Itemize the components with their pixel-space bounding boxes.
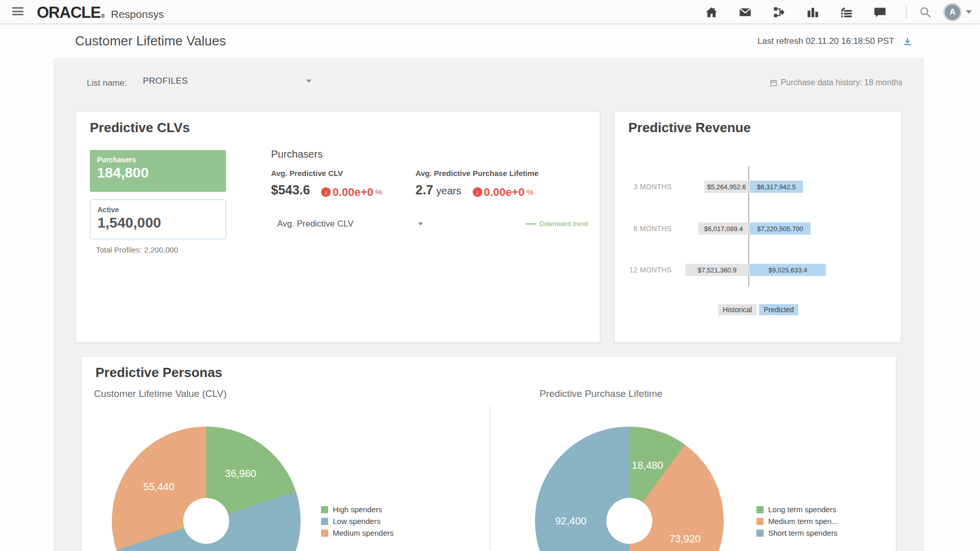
- list-name-select[interactable]: PROFILES: [143, 76, 311, 86]
- total-profiles-label: Total Profiles: 2,200,000: [96, 245, 178, 254]
- list-name-label: List name:: [87, 78, 127, 88]
- avg-predictive-clv-metric: Avg. Predictive CLV $543.6 ↓ 0.00e+0 %: [271, 169, 382, 199]
- predictive-personas-card: Predictive Personas Customer Lifetime Va…: [81, 356, 896, 551]
- slice-value-label: 18,480: [632, 459, 663, 471]
- legend-swatch: [321, 530, 328, 537]
- purchasers-kpi[interactable]: Purchasers 184,800: [90, 150, 226, 192]
- revenue-category-label: 6 MONTHS: [633, 222, 672, 235]
- lifetime-donut-chart[interactable]: 18,48073,92092,400: [535, 427, 724, 551]
- bar-value-label: $5,264,952.6: [707, 183, 746, 191]
- dropdown-caret-icon: [418, 222, 423, 226]
- legend-label: Long term spenders: [768, 505, 836, 514]
- historical-bar[interactable]: $5,264,952.6: [704, 181, 749, 193]
- legend-swatch: [756, 530, 764, 537]
- revenue-category-label: 3 MONTHS: [633, 181, 672, 193]
- slice-value-label: 92,400: [555, 515, 586, 527]
- feedback-icon[interactable]: [872, 5, 888, 20]
- revenue-legend: Historical Predicted: [615, 304, 902, 315]
- revenue-category-label: 12 MONTHS: [629, 264, 672, 276]
- mail-icon[interactable]: [738, 5, 753, 20]
- clv-donut-chart[interactable]: 36,96092,40055,440: [112, 427, 301, 551]
- page-header: Customer Lifetime Values Last refresh 02…: [0, 24, 980, 58]
- predictive-clvs-card: Predictive CLVs Purchasers 184,800 Activ…: [76, 111, 600, 343]
- analytics-icon[interactable]: [805, 5, 820, 20]
- predicted-bar[interactable]: $6,317,942.5: [750, 181, 803, 193]
- legend-swatch: [321, 506, 328, 513]
- top-nav: ORACLE ® Responsys: [0, 0, 980, 24]
- brand-logo: ORACLE ® Responsys: [37, 4, 164, 22]
- predictive-revenue-card: Predictive Revenue 3 MONTHS$5,264,952.6$…: [614, 111, 901, 343]
- registered-mark: ®: [101, 13, 105, 19]
- slice-value-label: 73,920: [669, 533, 700, 545]
- legend-swatch: [756, 506, 764, 513]
- legend-item[interactable]: Low spenders: [321, 515, 394, 527]
- download-icon[interactable]: [902, 36, 913, 46]
- section-divider: [489, 406, 490, 551]
- metric-label: Avg. Predictive Purchase Lifetime: [415, 169, 538, 178]
- bar-value-label: $6,317,942.5: [757, 183, 796, 191]
- down-arrow-icon: ↓: [473, 187, 482, 197]
- active-kpi[interactable]: Active 1,540,000: [90, 199, 226, 239]
- avg-purchase-lifetime-metric: Avg. Predictive Purchase Lifetime 2.7 ye…: [415, 169, 538, 199]
- metric-label: Avg. Predictive CLV: [271, 169, 382, 178]
- app-window: ORACLE ® Responsys: [0, 0, 980, 551]
- search-icon[interactable]: [918, 5, 933, 20]
- metric-value: $543.6: [271, 183, 310, 197]
- legend-historical[interactable]: Historical: [718, 304, 757, 315]
- predicted-bar[interactable]: $7,220,505.700: [750, 222, 811, 235]
- predicted-bar[interactable]: $9,025,633.4: [750, 264, 826, 276]
- metric-dropdown-value: Avg. Predictive CLV: [277, 219, 354, 229]
- calendar-icon: [770, 79, 777, 87]
- purchasers-section-title: Purchasers: [271, 148, 323, 160]
- purchase-history-label: Purchase data history: 18 months: [781, 78, 902, 87]
- active-kpi-value: 1,540,000: [97, 215, 218, 231]
- metric-dropdown[interactable]: Avg. Predictive CLV: [277, 219, 423, 229]
- historical-bar[interactable]: $7,521,360.9: [685, 264, 749, 276]
- active-kpi-label: Active: [97, 206, 218, 214]
- purchase-history: Purchase data history: 18 months: [770, 78, 902, 87]
- metric-unit: years: [436, 185, 461, 197]
- revenue-chart-row: 3 MONTHS$5,264,952.6$6,317,942.5: [615, 181, 902, 193]
- trend-legend: Downward trend: [526, 220, 588, 228]
- menu-icon[interactable]: [12, 7, 23, 16]
- user-menu[interactable]: A: [943, 3, 972, 21]
- legend-label: Medium term spen...: [768, 517, 838, 525]
- purchasers-kpi-value: 184,800: [97, 165, 219, 181]
- dashboard-panel: List name: PROFILES Purchase data histor…: [54, 58, 924, 551]
- oracle-wordmark: ORACLE: [37, 4, 101, 22]
- trend-line-icon: [526, 223, 536, 224]
- caret-down-icon: [966, 10, 972, 14]
- legend-label: Low spenders: [333, 517, 380, 525]
- avatar[interactable]: A: [943, 3, 962, 21]
- metric-change-unit: %: [376, 188, 382, 196]
- legend-item[interactable]: Medium spenders: [321, 527, 394, 539]
- list-name-value: PROFILES: [143, 76, 188, 86]
- personas-card-title: Predictive Personas: [95, 365, 223, 381]
- last-refresh-label: Last refresh 02.11.20 16:18:50 PST: [757, 36, 894, 46]
- filters-row: List name: PROFILES Purchase data histor…: [54, 58, 924, 111]
- revenue-chart-row: 6 MONTHS$6,017,089.4$7,220,505.700: [615, 222, 902, 235]
- legend-label: Short term spenders: [768, 529, 838, 537]
- slice-value-label: 55,440: [143, 481, 175, 492]
- legend-item[interactable]: Long term spenders: [756, 504, 838, 515]
- clv-donut-legend: High spendersLow spendersMedium spenders: [321, 504, 394, 539]
- revenue-chart-row: 12 MONTHS$7,521,360.9$9,025,633.4: [615, 264, 902, 276]
- historical-bar[interactable]: $6,017,089.4: [698, 222, 749, 235]
- legend-predicted[interactable]: Predicted: [759, 304, 798, 315]
- dropdown-caret-icon: [306, 80, 311, 83]
- legend-item[interactable]: Medium term spen...: [756, 515, 838, 527]
- legend-item[interactable]: High spenders: [321, 504, 394, 515]
- home-icon[interactable]: [704, 5, 719, 20]
- legend-label: High spenders: [333, 505, 382, 514]
- program-icon[interactable]: [771, 5, 787, 20]
- lifetime-donut-legend: Long term spendersMedium term spen...Sho…: [756, 504, 838, 539]
- donut-hole: [183, 498, 229, 544]
- tasks-icon[interactable]: [839, 5, 854, 20]
- page-title: Customer Lifetime Values: [75, 33, 226, 49]
- legend-item[interactable]: Short term spenders: [756, 527, 838, 539]
- clv-donut-title: Customer Lifetime Value (CLV): [94, 388, 227, 399]
- donut-hole: [606, 498, 652, 544]
- legend-swatch: [756, 518, 764, 525]
- legend-label: Medium spenders: [333, 529, 394, 537]
- product-name: Responsys: [111, 8, 164, 20]
